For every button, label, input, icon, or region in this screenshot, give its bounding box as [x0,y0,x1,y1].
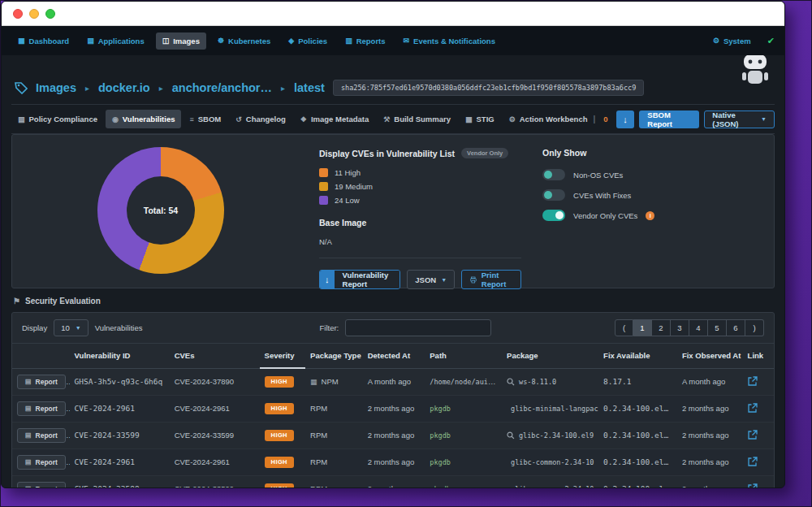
col-cves[interactable]: CVEs [170,344,260,368]
info-icon[interactable]: i [646,211,654,220]
donut-chart[interactable]: Total: 54 [97,147,224,274]
package-path: pkgdb [430,405,451,413]
package-name[interactable]: glibc-2.34-100.el9 [519,431,594,440]
breadcrumb-registry[interactable]: docker.io [98,81,150,94]
pagination-next[interactable]: ) [745,319,764,336]
cve-id[interactable]: CVE-2024-2961 [170,395,260,422]
pagination-page[interactable]: 4 [689,319,708,336]
pagination-page[interactable]: 1 [633,319,652,336]
print-report-button[interactable]: Print Report [461,270,521,289]
fix-observed-at: 2 months ago [677,448,743,475]
fix-observed-at: 2 months ago [677,395,743,422]
tab-policy-compliance[interactable]: ▤Policy Compliance [11,110,104,128]
nav-item-policies[interactable]: ◈Policies [282,32,334,50]
nav-item-events[interactable]: ✉Events & Notifications [397,32,502,50]
magnifier-icon [507,378,515,386]
col-fix-observed-at[interactable]: Fix Observed At [677,344,743,368]
table-controls: Display 10▼ Vulnerabilities Filter: ( 1 … [12,313,774,344]
tab-vulnerabilities[interactable]: ◉Vulnerabilities [106,110,181,128]
tab-image-metadata[interactable]: ❖Image Metadata [294,110,375,128]
breadcrumb-images[interactable]: Images [36,81,76,94]
pagination-page[interactable]: 2 [652,319,671,336]
document-icon: ▤ [25,378,32,385]
external-link-icon[interactable] [748,430,758,440]
fix-available: 0.2.34-100.el9_4.2 [598,395,677,422]
document-icon: ▤ [25,485,32,488]
cve-id[interactable]: CVE-2024-37890 [170,368,260,395]
close-window-button[interactable] [13,9,23,19]
pagination-page[interactable]: 3 [671,319,689,336]
col-package[interactable]: Package [502,344,598,368]
page-size-select[interactable]: 10▼ [54,319,89,336]
package-name[interactable]: glibc-common-2.34-10 [511,485,594,488]
breadcrumb-tag[interactable]: latest [294,81,325,94]
col-fix-available[interactable]: Fix Available [598,344,677,368]
tab-sbom[interactable]: ≡SBOM [183,110,227,128]
pagination-page[interactable]: 5 [708,319,727,336]
filter-input[interactable] [345,319,491,336]
detected-at: 2 months ago [363,475,425,488]
only-show-title: Only Show [542,148,762,158]
tab-build-summary[interactable]: ⚒Build Summary [377,110,457,128]
col-vulnerability-id[interactable]: Vulnerability ID [70,344,170,368]
package-name[interactable]: ws-8.11.0 [519,378,556,386]
cve-id[interactable]: CVE-2024-33599 [170,422,260,448]
col-package-type[interactable]: Package Type [305,344,363,368]
cves-with-fixes-toggle[interactable] [542,189,565,201]
report-button[interactable]: ▤Report [17,428,66,443]
pagination: ( 1 2 3 4 5 6 ) [615,319,764,336]
image-tabs: ▤Policy Compliance ◉Vulnerabilities ≡SBO… [11,110,775,134]
report-button[interactable]: ▤Report [17,455,66,470]
col-severity[interactable]: Severity [260,344,305,368]
maximize-window-button[interactable] [45,9,55,19]
images-icon: ◫ [162,37,170,45]
col-detected-at[interactable]: Detected At [363,344,425,368]
chevron-down-icon: ▼ [761,116,767,122]
document-icon: ▤ [25,405,32,412]
severity-badge: HIGH [265,430,294,441]
display-suffix-label: Vulnerabilities [95,323,143,332]
tab-stig[interactable]: ▦STIG [459,110,501,128]
nav-item-reports[interactable]: ▥Reports [339,32,391,50]
nav-item-applications[interactable]: ▤Applications [80,32,151,50]
app-window: ▦Dashboard ▤Applications ◫Images ☸Kubern… [1,1,785,488]
cve-id[interactable]: CVE-2024-2961 [170,448,260,475]
package-name[interactable]: glibc-common-2.34-10 [511,458,594,466]
vulnerability-id: CVE-2024-2961 [70,395,170,422]
package-name[interactable]: glibc-minimal-langpack [511,405,598,413]
tab-changelog[interactable]: ↺Changelog [229,110,292,128]
col-link[interactable]: Link [743,344,774,368]
download-sbom-button[interactable]: ↓ [616,110,635,128]
report-button[interactable]: ▤Report [17,482,66,488]
document-icon: ▤ [25,431,32,439]
report-format-select[interactable]: Native (JSON)▼ [704,110,775,128]
cve-id[interactable]: CVE-2024-33599 [170,475,260,488]
minimize-window-button[interactable] [29,9,39,19]
build-summary-icon: ⚒ [383,115,390,124]
external-link-icon[interactable] [748,376,758,386]
col-path[interactable]: Path [425,344,502,368]
sbom-report-button[interactable]: SBOM Report [639,110,699,128]
external-link-icon[interactable] [748,483,758,488]
sbom-icon: ≡ [189,115,193,124]
tab-action-workbench[interactable]: ⚙Action Workbench|0 [503,110,615,128]
vendor-only-cves-toggle[interactable] [542,210,565,221]
non-os-cves-toggle[interactable] [542,169,565,180]
nav-item-images[interactable]: ◫Images [156,32,206,50]
detected-at: 2 months ago [363,448,425,475]
legend-item-medium: 19 Medium [319,182,521,191]
cloud-download-icon: ↓ [320,271,335,288]
json-format-select[interactable]: JSON▼ [407,270,455,289]
kubernetes-icon: ☸ [218,37,224,45]
report-button[interactable]: ▤Report [17,401,66,416]
pagination-prev[interactable]: ( [615,319,633,336]
external-link-icon[interactable] [748,403,758,413]
external-link-icon[interactable] [748,457,758,466]
report-button[interactable]: ▤Report [17,375,66,389]
breadcrumb-repository[interactable]: anchore/anchor… [172,81,272,94]
nav-item-kubernetes[interactable]: ☸Kubernetes [211,32,277,50]
nav-item-system[interactable]: ⚙System [706,32,758,50]
nav-item-dashboard[interactable]: ▦Dashboard [11,32,76,50]
pagination-page[interactable]: 6 [727,319,745,336]
vulnerability-report-button[interactable]: ↓ Vulnerability Report [319,270,400,289]
